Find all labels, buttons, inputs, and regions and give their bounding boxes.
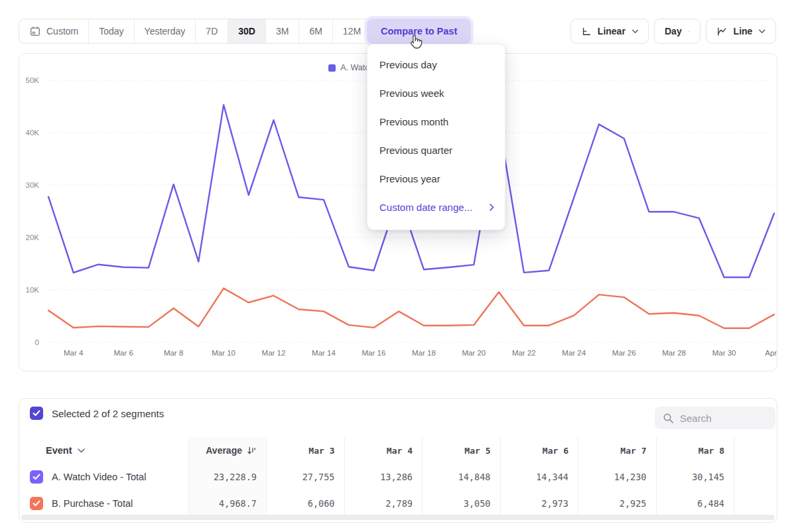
average-value: 4,968.7 xyxy=(188,490,266,517)
axis-scale-icon xyxy=(581,25,592,38)
svg-text:Mar 28: Mar 28 xyxy=(662,349,686,357)
checkmark-icon xyxy=(33,410,40,417)
chevron-down-icon xyxy=(759,29,765,34)
svg-text:Mar 4: Mar 4 xyxy=(64,349,84,357)
table-header-row: Event Average Mar 3 Mar 4 Mar 5 Mar 6 Ma… xyxy=(19,437,777,464)
svg-text:50K: 50K xyxy=(26,76,40,84)
chevron-right-icon xyxy=(490,204,494,211)
range-today-button[interactable]: Today xyxy=(89,19,134,43)
row-checkbox[interactable] xyxy=(30,470,43,484)
horizontal-scrollbar[interactable] xyxy=(21,515,775,520)
row-checkbox[interactable] xyxy=(30,497,43,510)
search-box[interactable] xyxy=(655,407,775,429)
range-yesterday-button[interactable]: Yesterday xyxy=(135,19,196,43)
value-cell: 6,060 xyxy=(266,490,344,517)
search-input[interactable] xyxy=(680,413,760,424)
pointer-cursor-icon xyxy=(407,33,424,52)
calendar-icon xyxy=(29,25,41,37)
date-column-header[interactable]: Mar 8 xyxy=(656,437,734,464)
svg-text:Mar 24: Mar 24 xyxy=(562,349,586,357)
svg-text:Mar 26: Mar 26 xyxy=(612,349,636,357)
date-column-header[interactable]: Mar 4 xyxy=(344,437,423,464)
scale-dropdown-button[interactable]: Linear xyxy=(570,19,649,44)
date-column-header[interactable]: Mar 5 xyxy=(422,437,500,464)
svg-text:Mar 10: Mar 10 xyxy=(212,349,235,357)
checkmark-icon xyxy=(33,500,40,507)
range-30d-button[interactable]: 30D xyxy=(228,19,266,43)
svg-text:Mar 12: Mar 12 xyxy=(262,349,286,357)
chart-type-label: Line xyxy=(734,26,753,36)
svg-text:20K: 20K xyxy=(26,233,40,241)
value-cell: 6,484 xyxy=(656,490,734,517)
value-cell: 13,286 xyxy=(344,464,423,490)
chevron-down-icon xyxy=(78,448,85,453)
event-name: B. Purchase - Total xyxy=(52,498,133,509)
range-12m-button[interactable]: 12M xyxy=(333,19,371,43)
chart-type-dropdown-button[interactable]: Line xyxy=(706,19,776,44)
date-column-header-truncated[interactable]: M xyxy=(734,437,777,464)
value-cell: 2,789 xyxy=(344,490,423,517)
menu-item-previous-day[interactable]: Previous day xyxy=(367,50,505,79)
value-cell: 2,973 xyxy=(500,490,578,517)
date-column-header[interactable]: Mar 7 xyxy=(578,437,656,464)
value-cell: 30,145 xyxy=(656,464,734,490)
interval-dropdown-button[interactable]: Day xyxy=(654,19,700,44)
range-label: Custom xyxy=(46,26,78,36)
value-cell-truncated: 3, xyxy=(734,490,777,517)
value-cell-truncated: 15, xyxy=(734,464,777,490)
chevron-down-icon xyxy=(632,29,638,34)
value-cell: 14,344 xyxy=(500,464,578,490)
svg-text:40K: 40K xyxy=(26,129,40,137)
svg-text:Mar 18: Mar 18 xyxy=(412,349,436,357)
value-cell: 27,755 xyxy=(266,464,344,490)
event-cell: A. Watch Video - Total xyxy=(19,464,188,490)
value-cell: 14,230 xyxy=(578,464,656,490)
search-icon xyxy=(663,413,674,424)
menu-item-previous-quarter[interactable]: Previous quarter xyxy=(367,136,505,165)
svg-text:Mar 14: Mar 14 xyxy=(312,349,336,357)
chevron-down-icon xyxy=(689,29,690,34)
selected-segments-label: Selected 2 of 2 segments xyxy=(52,408,164,419)
checkmark-icon xyxy=(33,474,40,480)
svg-text:10K: 10K xyxy=(26,286,40,294)
scale-label: Linear xyxy=(598,26,626,36)
svg-text:Apr 1: Apr 1 xyxy=(765,349,777,357)
svg-text:30K: 30K xyxy=(26,181,40,189)
range-7d-button[interactable]: 7D xyxy=(196,19,228,43)
menu-item-previous-week[interactable]: Previous week xyxy=(367,79,505,107)
compare-to-past-menu: Previous day Previous week Previous mont… xyxy=(367,44,505,230)
range-3m-button[interactable]: 3M xyxy=(266,19,299,43)
svg-text:Mar 22: Mar 22 xyxy=(512,349,536,357)
select-all-checkbox[interactable] xyxy=(30,407,43,420)
sort-descending-icon xyxy=(247,446,257,456)
date-column-header[interactable]: Mar 3 xyxy=(266,437,344,464)
svg-text:Mar 30: Mar 30 xyxy=(712,349,736,357)
svg-text:Mar 8: Mar 8 xyxy=(164,349,183,357)
event-cell: B. Purchase - Total xyxy=(19,490,188,517)
value-cell: 2,925 xyxy=(578,490,656,517)
average-value: 23,228.9 xyxy=(188,464,266,490)
value-cell: 3,050 xyxy=(422,490,500,517)
menu-item-custom-date-range[interactable]: Custom date range... xyxy=(367,193,505,222)
svg-text:Mar 6: Mar 6 xyxy=(113,349,133,357)
svg-text:Mar 16: Mar 16 xyxy=(362,349,386,357)
interval-label: Day xyxy=(665,26,682,36)
date-column-header[interactable]: Mar 6 xyxy=(500,437,578,464)
segments-table: Event Average Mar 3 Mar 4 Mar 5 Mar 6 Ma… xyxy=(19,437,777,517)
svg-text:Mar 20: Mar 20 xyxy=(462,349,486,357)
table-row: B. Purchase - Total 4,968.7 6,060 2,789 … xyxy=(19,490,777,517)
segments-table-card: Selected 2 of 2 segments Event Average M… xyxy=(19,398,777,523)
menu-item-previous-year[interactable]: Previous year xyxy=(367,165,505,193)
line-chart-icon xyxy=(716,25,728,38)
table-row: A. Watch Video - Total 23,228.9 27,755 1… xyxy=(19,464,777,490)
svg-text:0: 0 xyxy=(35,338,39,346)
event-column-header[interactable]: Event xyxy=(19,437,188,464)
event-name: A. Watch Video - Total xyxy=(52,472,146,482)
range-custom-button[interactable]: Custom xyxy=(19,19,89,43)
date-range-segmented-control: Custom Today Yesterday 7D 30D 3M 6M 12M xyxy=(19,19,371,44)
value-cell: 14,848 xyxy=(422,464,500,490)
series-a-swatch xyxy=(328,64,336,72)
menu-item-previous-month[interactable]: Previous month xyxy=(367,107,505,136)
range-6m-button[interactable]: 6M xyxy=(299,19,332,43)
average-column-header[interactable]: Average xyxy=(188,437,266,464)
